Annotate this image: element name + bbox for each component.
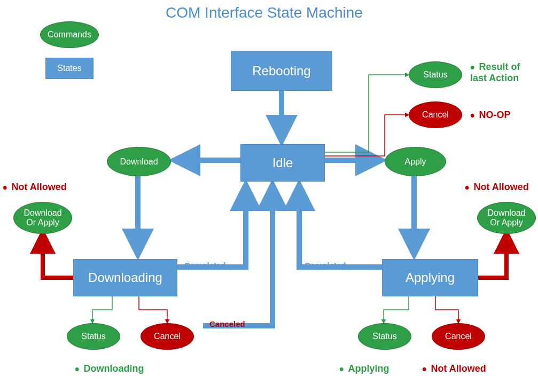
cmd-dl-or-apply-right: Download Or Apply bbox=[477, 202, 536, 234]
label-canceled: Canceled bbox=[209, 319, 245, 328]
state-downloading: Downloading bbox=[73, 259, 177, 296]
bullet-not-allowed-right: •Not Allowed bbox=[465, 182, 529, 193]
cmd-cancel-downloading: Cancel bbox=[141, 323, 194, 350]
bullet-noop: •NO-OP bbox=[470, 109, 510, 121]
label-completed-right: Completed bbox=[305, 261, 346, 270]
cmd-status-downloading: Status bbox=[67, 323, 120, 350]
cmd-apply: Apply bbox=[385, 147, 446, 176]
cmd-download: Download bbox=[107, 147, 171, 176]
cmd-cancel-applying: Cancel bbox=[432, 323, 485, 350]
diagram-title: COM Interface State Machine bbox=[166, 4, 363, 21]
state-rebooting: Rebooting bbox=[231, 51, 332, 91]
bullet-not-allowed-left: •Not Allowed bbox=[3, 182, 67, 193]
bullet-result-last-action: •Result of last Action bbox=[470, 61, 520, 84]
cmd-dl-or-apply-left: Download Or Apply bbox=[13, 202, 72, 234]
cmd-status-idle: Status bbox=[409, 61, 462, 88]
bullet-downloading: •Downloading bbox=[75, 363, 144, 374]
legend-states: States bbox=[45, 58, 93, 79]
bullet-applying: •Applying bbox=[339, 363, 389, 374]
cmd-cancel-idle: Cancel bbox=[409, 101, 462, 128]
label-completed-left: Completed bbox=[184, 261, 226, 270]
state-applying: Applying bbox=[382, 259, 478, 296]
cmd-status-applying: Status bbox=[358, 323, 411, 350]
bullet-not-allowed-applying-cancel: •Not Allowed bbox=[422, 363, 486, 374]
legend-commands: Commands bbox=[40, 21, 99, 48]
state-idle: Idle bbox=[240, 144, 325, 182]
